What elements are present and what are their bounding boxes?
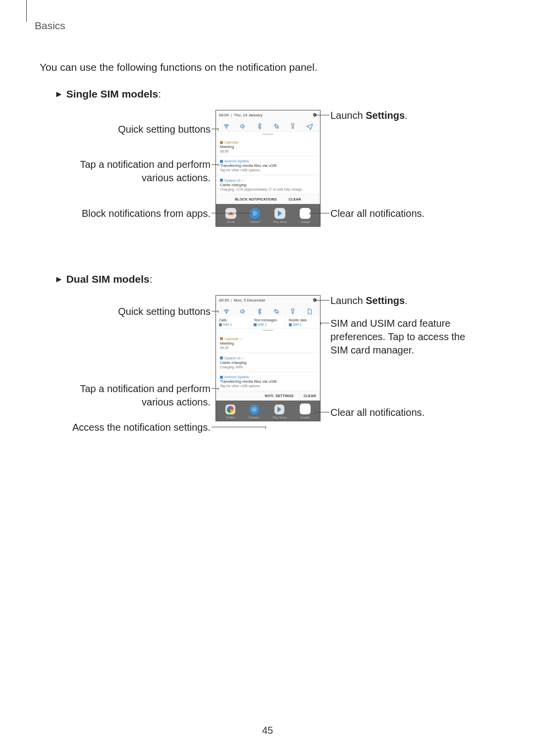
drag-handle-icon[interactable] — [263, 330, 273, 331]
status-time: 09:35 — [219, 298, 229, 302]
wifi-icon[interactable] — [222, 307, 230, 315]
wifi-icon[interactable] — [222, 122, 230, 130]
charge-post: m until fully charge.. — [272, 188, 304, 191]
notification-item[interactable]: Calendar ⌄ Meeting 09:35 — [216, 334, 320, 353]
android-icon — [220, 160, 223, 163]
svg-rect-3 — [275, 310, 277, 313]
notification-item[interactable]: Android System Transferring media files … — [216, 372, 320, 391]
app-name: Android System — [224, 375, 249, 379]
chevron-down-icon[interactable]: ⌄ — [240, 337, 243, 341]
charge-pre: Charging: — [220, 188, 236, 191]
rotate-icon[interactable] — [272, 307, 280, 315]
phone-screenshot-dual: 09:35 | Mon, 5 December Calls S — [215, 295, 321, 421]
charge-mid: % (Approximately — [240, 188, 268, 191]
settings-prefix: Launch — [330, 110, 366, 121]
notification-item[interactable]: System UI ⌄ Cable charging Charging: 89% — [216, 353, 320, 372]
notification-item[interactable]: System UI ⌄ Cable charging Charging: % (… — [216, 175, 320, 195]
play-store-icon[interactable] — [274, 404, 284, 414]
dock-label: Gallery — [226, 416, 235, 419]
notification-subtext: Tap for other USB options. — [220, 384, 316, 388]
airplane-icon[interactable] — [306, 122, 314, 130]
sim-cell-texts[interactable]: Text messages SIM 1 — [251, 316, 285, 328]
gallery-icon[interactable] — [225, 404, 235, 414]
google-folder-icon[interactable] — [300, 403, 311, 414]
sim-icon[interactable] — [306, 307, 314, 315]
callout-sim-preferences: SIM and USIM card feature preferences. T… — [330, 317, 494, 357]
app-name: Android System — [224, 159, 249, 163]
flashlight-icon[interactable] — [289, 122, 297, 130]
notification-item[interactable]: Android System Transferring media files … — [216, 156, 320, 175]
callout-line2: various actions. — [142, 172, 211, 183]
sound-icon[interactable] — [239, 122, 247, 130]
leader-line — [212, 129, 218, 129]
leader-line — [212, 213, 252, 213]
rotate-icon[interactable] — [272, 122, 280, 130]
callout-clear-all: Clear all notifications. — [330, 207, 425, 220]
settings-bold: Settings — [366, 110, 405, 121]
callout-line1: Tap a notification and perform — [80, 383, 211, 394]
settings-prefix: Launch — [330, 295, 366, 306]
sim-preference-row[interactable]: Calls SIM 1 Text messages SIM 1 Mobile d… — [216, 316, 320, 329]
sim-cell-sub: SIM 1 — [293, 323, 302, 326]
sim-card-icon — [254, 323, 257, 326]
drag-handle-icon[interactable] — [263, 134, 273, 135]
flashlight-icon[interactable] — [289, 307, 297, 315]
google-folder-icon[interactable] — [300, 208, 311, 219]
sim-cell-sub: SIM 1 — [223, 323, 232, 326]
clear-button[interactable]: CLEAR — [304, 394, 316, 398]
svg-point-2 — [226, 313, 226, 313]
sim-cell-title: Mobile data — [289, 318, 317, 322]
status-divider-icon: | — [231, 298, 232, 302]
play-store-icon[interactable] — [274, 208, 285, 219]
phone-dock: Email Camera Play Store Google — [216, 204, 320, 226]
phone-screenshot-single: 08:04 | Thu, 19 January — [215, 110, 321, 227]
bluetooth-icon[interactable] — [256, 307, 264, 315]
callout-block-notifications: Block notifications from apps. — [40, 207, 211, 220]
app-name: Calendar — [224, 337, 238, 341]
triangle-right-icon: ► — [54, 274, 63, 285]
sim-cell-sub: SIM 1 — [258, 323, 267, 326]
notification-title: Transferring media files via USB — [220, 163, 316, 168]
notification-subtext: Charging: % (Approximately m until fully… — [220, 188, 316, 191]
sim-cell-title: Calls — [219, 318, 247, 322]
callout-clear-all: Clear all notifications. — [330, 406, 425, 419]
dock-label: Play Store — [273, 220, 287, 223]
notification-item[interactable]: Calendar Meeting 08:00 — [216, 138, 320, 156]
callout-launch-settings: Launch Settings. — [330, 109, 408, 122]
chevron-down-icon[interactable]: ⌄ — [242, 356, 245, 360]
status-divider-icon: | — [231, 113, 232, 117]
camera-icon[interactable] — [249, 208, 260, 219]
sim-cell-calls[interactable]: Calls SIM 1 — [216, 316, 251, 328]
app-name: System UI — [224, 356, 240, 360]
calendar-icon — [220, 141, 223, 144]
clear-button[interactable]: CLEAR — [289, 198, 301, 201]
leader-line — [321, 323, 329, 323]
camera-icon[interactable] — [249, 404, 259, 414]
quick-settings-row[interactable] — [216, 119, 320, 132]
leader-line — [315, 300, 329, 301]
sound-icon[interactable] — [239, 307, 247, 315]
chevron-down-icon[interactable]: ⌄ — [242, 178, 245, 182]
bluetooth-icon[interactable] — [256, 122, 264, 130]
quick-settings-row[interactable] — [216, 304, 320, 316]
settings-bold: Settings — [366, 295, 405, 306]
block-notifications-button[interactable]: BLOCK NOTIFICATIONS — [235, 198, 277, 201]
notification-app-label: Calendar ⌄ — [220, 337, 316, 341]
notification-app-label: System UI ⌄ — [220, 178, 316, 182]
section-single-label: Single SIM models — [66, 88, 159, 100]
page-number: 45 — [0, 725, 535, 736]
redacted-chip — [268, 188, 272, 191]
notification-title: Transferring media files via USB — [220, 379, 316, 384]
notification-title: Meeting — [220, 341, 316, 346]
email-icon[interactable] — [225, 208, 236, 219]
noti-settings-button[interactable]: NOTI. SETTINGS — [265, 394, 293, 398]
sim-cell-data[interactable]: Mobile data SIM 1 — [286, 316, 320, 328]
intro-text: You can use the following functions on t… — [40, 61, 495, 73]
bolt-icon — [220, 356, 223, 359]
dock-label: Camera — [249, 220, 260, 223]
sim-card-icon — [219, 323, 222, 326]
leader-line — [310, 213, 329, 213]
section-dual-sim: ► Dual SIM models: — [54, 273, 495, 285]
notification-subtext: Tap for other USB options. — [220, 168, 316, 172]
callout-line2: preferences. Tap to access the — [330, 331, 465, 342]
